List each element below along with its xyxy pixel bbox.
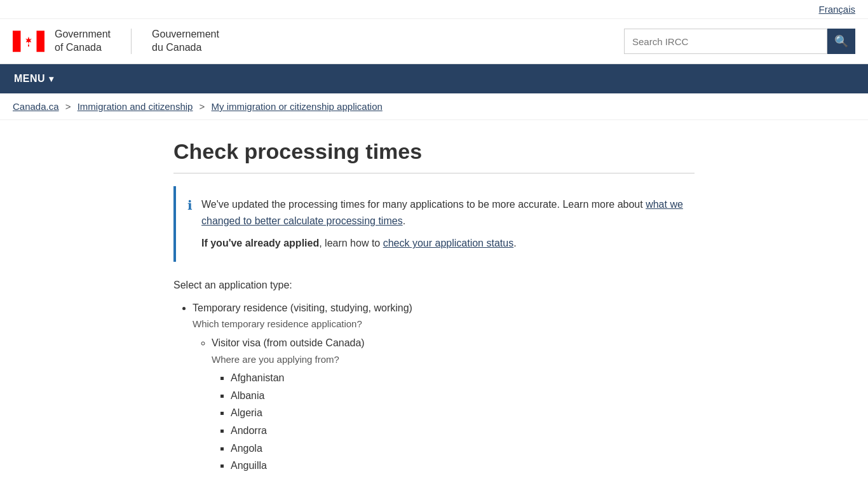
search-input[interactable] (624, 29, 827, 54)
language-toggle[interactable]: Français (818, 4, 855, 15)
page-title: Check processing times (173, 139, 695, 164)
gov-name-en: Government of Canada (55, 28, 111, 55)
logo-divider (131, 29, 132, 54)
check-status-link[interactable]: check your application status (383, 238, 513, 248)
breadcrumb-sep-2: > (200, 101, 205, 112)
info-paragraph-2: If you've already applied, learn how to … (201, 235, 684, 252)
list-item-country: Anguilla (231, 458, 695, 474)
top-bar: Français (0, 0, 868, 19)
search-area: 🔍 (624, 29, 855, 54)
already-applied-bold: If you've already applied (201, 238, 319, 248)
info-box: ℹ We've updated the processing times for… (173, 186, 695, 262)
list-item-country: Afghanistan (231, 370, 695, 386)
breadcrumb-link-myapp[interactable]: My immigration or citizenship applicatio… (212, 101, 383, 112)
logo-area: Government of Canada Gouvernement du Can… (13, 25, 219, 57)
list-item-temp-residence: Temporary residence (visiting, studying,… (193, 300, 695, 474)
breadcrumb-link-immigration[interactable]: Immigration and citizenship (78, 101, 193, 112)
breadcrumb-link-canada[interactable]: Canada.ca (13, 101, 59, 112)
svg-rect-2 (37, 30, 45, 51)
menu-label: MENU (14, 73, 45, 85)
search-icon: 🔍 (834, 34, 848, 48)
list-item-visitor-visa: Visitor visa (from outside Canada) Where… (212, 335, 695, 474)
canada-flag-icon (13, 25, 44, 57)
temp-residence-sublist: Visitor visa (from outside Canada) Where… (193, 335, 695, 474)
visitor-visa-sublabel: Where are you applying from? (212, 354, 339, 365)
list-item-country: Angola (231, 440, 695, 457)
breadcrumb: Canada.ca > Immigration and citizenship … (0, 93, 868, 120)
list-item-country: Algeria (231, 405, 695, 421)
app-type-list: Temporary residence (visiting, studying,… (173, 300, 695, 474)
info-paragraph-1: We've updated the processing times for m… (201, 196, 684, 229)
list-item-country: Albania (231, 388, 695, 404)
site-header: Government of Canada Gouvernement du Can… (0, 19, 868, 64)
gov-name-fr: Gouvernement du Canada (152, 28, 219, 55)
menu-button[interactable]: MENU ▾ (0, 64, 68, 93)
main-nav: MENU ▾ (0, 64, 868, 93)
chevron-down-icon: ▾ (49, 74, 54, 84)
svg-rect-4 (28, 44, 29, 46)
breadcrumb-sep-1: > (65, 101, 71, 112)
main-content: Check processing times ℹ We've updated t… (161, 120, 707, 488)
country-list: Afghanistan Albania Algeria Andorra Ango… (212, 370, 695, 474)
list-item-country: Andorra (231, 423, 695, 439)
title-divider (173, 173, 695, 173)
svg-rect-1 (13, 30, 21, 51)
info-icon: ℹ (187, 198, 193, 213)
section-label: Select an application type: (173, 280, 695, 291)
temp-residence-sublabel: Which temporary residence application? (193, 318, 362, 329)
info-text: We've updated the processing times for m… (201, 196, 684, 252)
search-button[interactable]: 🔍 (827, 29, 855, 54)
